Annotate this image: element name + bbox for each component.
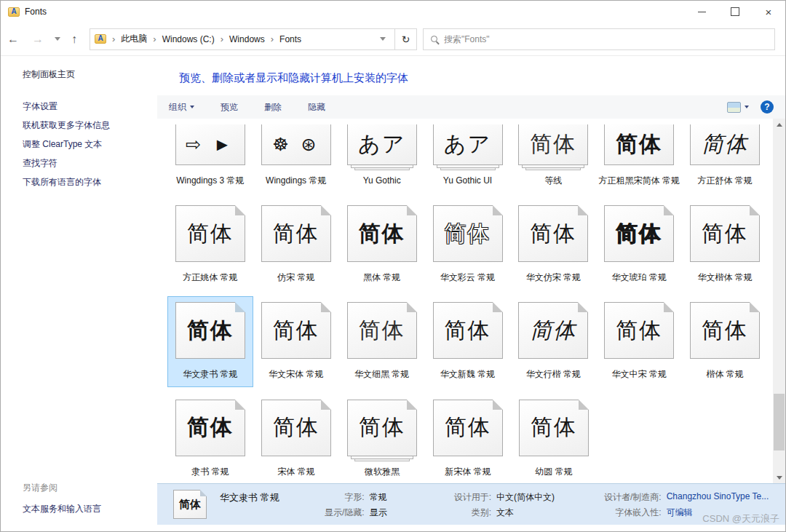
font-tile-label: 微软雅黑	[365, 466, 400, 477]
font-tile[interactable]: 简体华文彩云 常规	[425, 199, 511, 290]
breadcrumb-separator-icon: ›	[221, 33, 223, 44]
search-box[interactable]	[423, 28, 775, 50]
font-file-icon: 简体	[433, 205, 503, 262]
hide-button[interactable]: 隐藏	[308, 101, 325, 114]
sidebar-item[interactable]: 调整 ClearType 文本	[23, 135, 157, 154]
font-preview-glyph: 简体	[702, 219, 748, 249]
font-file-icon: ⇨ ►	[175, 124, 245, 165]
font-tile[interactable]: あアYu Gothic	[339, 119, 425, 193]
font-tile[interactable]: あアYu Gothic UI	[425, 119, 511, 193]
refresh-button[interactable]: ↻	[395, 28, 417, 50]
address-dropdown-icon[interactable]	[380, 37, 386, 41]
font-tile-label: 方正姚体 常规	[183, 271, 237, 283]
help-button[interactable]: ?	[761, 100, 774, 114]
font-tile[interactable]: 简体华文仿宋 常规	[510, 199, 596, 290]
font-tile[interactable]: 简体等线	[510, 119, 596, 193]
breadcrumb-item[interactable]: Windows	[229, 34, 265, 44]
font-tile-label: 宋体 常规	[277, 466, 314, 477]
font-tile[interactable]: 简体新宋体 常规	[425, 394, 511, 483]
minimize-button[interactable]	[685, 1, 718, 23]
scroll-up-icon[interactable]	[773, 119, 785, 130]
font-grid: ⇨ ►Wingdings 3 常规☸ ⊛Wingdings 常规あアYu Got…	[157, 119, 785, 483]
see-also-heading: 另请参阅	[23, 482, 101, 494]
up-button[interactable]: ↑	[65, 33, 84, 46]
search-icon	[431, 36, 437, 42]
detail-field-label: 字形:	[325, 491, 365, 504]
detail-field-label: 设计者/制造商:	[604, 491, 662, 504]
title-bar: Fonts ×	[1, 1, 785, 23]
font-tile[interactable]: 简体幼圆 常规	[511, 394, 597, 483]
font-tile[interactable]: 简体华文宋体 常规	[253, 296, 339, 386]
font-tile[interactable]: 简体方正粗黑宋简体 常规	[596, 119, 682, 193]
font-tile[interactable]: 简体方正舒体 常规	[682, 119, 768, 193]
font-tile[interactable]: 简体黑体 常规	[339, 199, 425, 290]
font-tile-label: 华文新魏 常规	[440, 368, 495, 380]
preview-button[interactable]: 预览	[221, 101, 238, 114]
breadcrumb-separator-icon: ›	[112, 33, 115, 44]
sidebar-item[interactable]: 查找字符	[23, 154, 157, 172]
font-tile[interactable]: 简体楷体 常规	[682, 296, 768, 386]
font-tile-label: 新宋体 常规	[445, 466, 491, 477]
font-tile-label: 华文行楷 常规	[526, 368, 581, 380]
scrollbar-thumb[interactable]	[774, 394, 785, 450]
font-preview-glyph: 简体	[359, 413, 405, 442]
page-title: 预览、删除或者显示和隐藏计算机上安装的字体	[179, 71, 785, 85]
font-file-icon: 简体	[690, 205, 760, 262]
font-preview-glyph: 简体	[273, 219, 319, 249]
scroll-down-icon[interactable]	[773, 472, 785, 483]
font-file-icon: 简体	[690, 124, 760, 165]
font-tile[interactable]: ☸ ⊛Wingdings 常规	[253, 119, 339, 193]
font-preview-glyph: あア	[358, 130, 405, 159]
font-file-icon: 简体	[519, 400, 589, 456]
font-preview-glyph: ☸ ⊛	[272, 134, 319, 155]
sidebar-item[interactable]: 下载所有语言的字体	[23, 172, 157, 191]
font-tile[interactable]: 简体宋体 常规	[253, 394, 339, 483]
font-tile[interactable]: ⇨ ►Wingdings 3 常规	[167, 119, 253, 193]
font-list-area: ⇨ ►Wingdings 3 常规☸ ⊛Wingdings 常规あアYu Got…	[157, 119, 785, 483]
font-tile[interactable]: 简体华文琥珀 常规	[596, 199, 682, 290]
detail-field-value[interactable]: Changzhou SinoType Te...	[667, 491, 769, 504]
font-tile-label: 黑体 常规	[363, 271, 400, 283]
font-preview-glyph: 简体	[616, 130, 662, 159]
heading-area: 预览、删除或者显示和隐藏计算机上安装的字体	[157, 57, 785, 95]
font-grid-row: 简体隶书 常规简体宋体 常规简体微软雅黑简体新宋体 常规简体幼圆 常规	[167, 394, 768, 483]
sidebar-item[interactable]: 联机获取更多字体信息	[23, 116, 157, 135]
back-button[interactable]: ←	[1, 33, 25, 46]
breadcrumb-item[interactable]: 此电脑	[121, 33, 147, 45]
maximize-button[interactable]	[718, 1, 752, 23]
delete-button[interactable]: 删除	[264, 101, 282, 114]
font-grid-row: 简体方正姚体 常规简体仿宋 常规简体黑体 常规简体华文彩云 常规简体华文仿宋 常…	[167, 199, 768, 290]
font-preview-glyph: 简体	[445, 316, 491, 346]
font-tile[interactable]: 简体华文新魏 常规	[425, 296, 511, 386]
font-preview-glyph: 简体	[530, 316, 576, 346]
search-input[interactable]	[444, 34, 767, 44]
organize-menu[interactable]: 组织	[169, 101, 194, 114]
sidebar-item-text-services[interactable]: 文本服务和输入语言	[23, 503, 101, 515]
breadcrumb-item[interactable]: Fonts	[279, 34, 301, 44]
font-tile[interactable]: 简体方正姚体 常规	[167, 199, 253, 290]
address-bar[interactable]: ›此电脑›Windows (C:)›Windows›Fonts	[90, 28, 395, 50]
sidebar-item-control-panel-home[interactable]: 控制面板主页	[23, 68, 157, 81]
vertical-scrollbar[interactable]	[773, 119, 785, 483]
font-tile-label: 幼圆 常规	[535, 466, 572, 477]
font-tile[interactable]: 简体仿宋 常规	[253, 199, 339, 290]
font-tile[interactable]: 简体华文隶书 常规	[167, 296, 253, 386]
history-chevron-icon[interactable]	[55, 37, 60, 41]
font-tile[interactable]: 简体微软雅黑	[339, 394, 425, 483]
font-file-icon: 简体	[604, 205, 674, 262]
detail-field-label: 设计用于:	[454, 491, 491, 504]
close-button[interactable]: ×	[752, 1, 785, 23]
font-tile[interactable]: 简体隶书 常规	[167, 394, 253, 483]
font-file-icon: ☸ ⊛	[261, 124, 331, 165]
font-tile-label: Yu Gothic	[363, 175, 401, 186]
views-button[interactable]	[727, 102, 749, 113]
font-tile[interactable]: 简体华文行楷 常规	[510, 296, 596, 386]
font-tile[interactable]: 简体华文楷体 常规	[682, 199, 768, 290]
forward-button[interactable]: →	[25, 33, 50, 46]
sidebar-item[interactable]: 字体设置	[23, 97, 157, 116]
font-file-icon: 简体	[347, 205, 417, 262]
font-tile[interactable]: 简体华文细黑 常规	[339, 296, 425, 386]
detail-field-label: 类别:	[454, 507, 491, 519]
font-tile[interactable]: 简体华文中宋 常规	[596, 296, 682, 386]
breadcrumb-item[interactable]: Windows (C:)	[162, 34, 215, 44]
